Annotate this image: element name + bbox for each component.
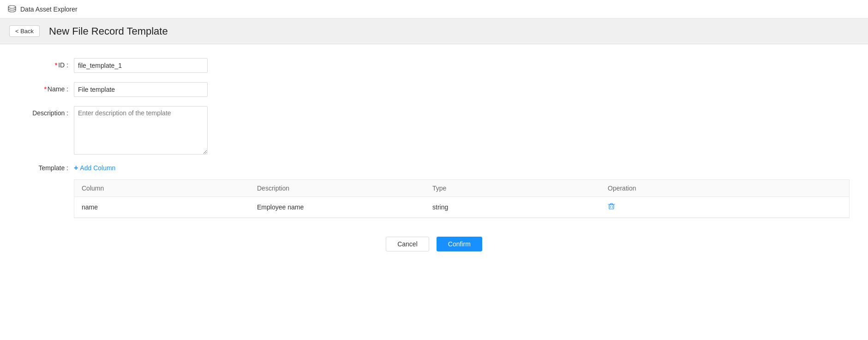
table-row: name Employee name string <box>74 197 849 218</box>
description-row: Description : <box>18 106 850 155</box>
header-bar: < Back New File Record Template <box>0 18 868 44</box>
description-header: Description <box>250 180 425 197</box>
row-description-value: Employee name <box>250 197 425 217</box>
template-label: Template : <box>18 164 74 172</box>
description-label: Description : <box>18 106 74 117</box>
cancel-button[interactable]: Cancel <box>386 237 429 251</box>
id-label: *ID : <box>18 58 74 69</box>
plus-icon: + <box>74 164 78 172</box>
add-column-label: Add Column <box>80 164 115 172</box>
type-header: Type <box>425 180 600 197</box>
footer-buttons: Cancel Confirm <box>18 237 850 261</box>
page-title: New File Record Template <box>49 25 168 37</box>
column-header: Column <box>74 180 250 197</box>
table-header: Column Description Type Operation <box>74 180 849 197</box>
id-row: *ID : <box>18 58 850 73</box>
add-column-button[interactable]: + Add Column <box>74 164 115 172</box>
row-column-value: name <box>74 197 250 217</box>
template-row: Template : + Add Column <box>18 164 850 172</box>
confirm-button[interactable]: Confirm <box>437 237 482 251</box>
back-button[interactable]: < Back <box>9 25 40 37</box>
name-label: *Name : <box>18 82 74 93</box>
id-required: * <box>55 61 57 69</box>
name-row: *Name : <box>18 82 850 97</box>
name-required: * <box>44 85 46 93</box>
description-textarea[interactable] <box>74 106 208 155</box>
database-icon <box>7 5 17 14</box>
app-logo: Data Asset Explorer <box>7 5 78 14</box>
id-input[interactable] <box>74 58 208 73</box>
svg-rect-1 <box>609 205 614 209</box>
main-content: *ID : *Name : Description : Template : +… <box>0 44 868 274</box>
top-bar: Data Asset Explorer <box>0 0 868 18</box>
name-input[interactable] <box>74 82 208 97</box>
operation-header: Operation <box>600 180 849 197</box>
delete-icon[interactable] <box>608 203 615 212</box>
svg-point-0 <box>8 6 16 8</box>
row-type-value: string <box>425 197 600 217</box>
row-operation-cell <box>600 197 849 217</box>
data-table: Column Description Type Operation name E… <box>74 179 850 218</box>
app-title: Data Asset Explorer <box>20 6 78 13</box>
